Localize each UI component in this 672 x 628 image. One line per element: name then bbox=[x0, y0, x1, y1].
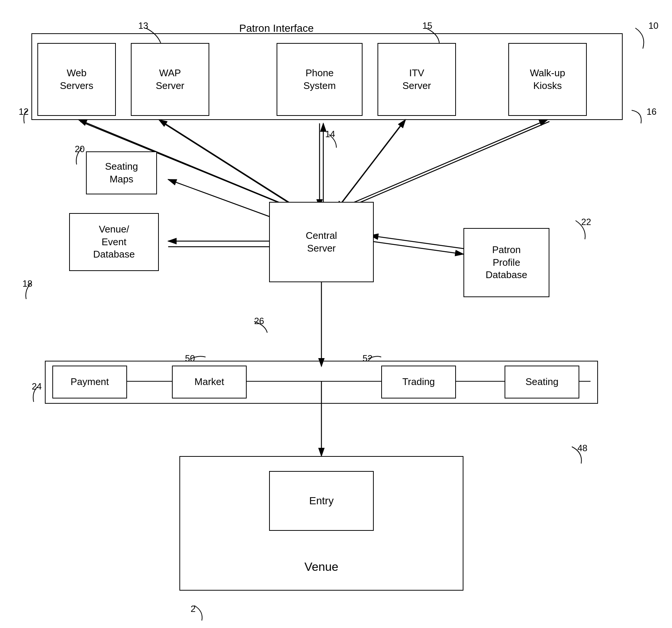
ref-14: 14 bbox=[325, 129, 335, 139]
ref-22: 22 bbox=[581, 217, 591, 227]
patron-interface-label: Patron Interface bbox=[239, 22, 314, 34]
svg-line-6 bbox=[161, 121, 299, 209]
svg-line-17 bbox=[370, 241, 463, 254]
ref-15: 15 bbox=[422, 21, 432, 31]
itv-server-label: ITVServer bbox=[403, 67, 431, 92]
svg-line-18 bbox=[370, 236, 463, 249]
svg-line-10 bbox=[336, 121, 404, 209]
seating-box: Seating bbox=[505, 366, 579, 398]
ref-24: 24 bbox=[32, 381, 42, 392]
phone-system-box: PhoneSystem bbox=[277, 43, 363, 116]
seating-maps-box: SeatingMaps bbox=[86, 151, 157, 194]
svg-line-11 bbox=[338, 120, 406, 207]
web-servers-box: WebServers bbox=[37, 43, 116, 116]
trading-label: Trading bbox=[402, 376, 435, 388]
walkup-kiosks-box: Walk-upKiosks bbox=[508, 43, 587, 116]
entry-venue-box: Entry Venue bbox=[179, 456, 463, 591]
patron-profile-database-box: PatronProfileDatabase bbox=[463, 228, 549, 297]
venue-event-database-box: Venue/EventDatabase bbox=[69, 213, 159, 271]
patron-profile-database-label: PatronProfileDatabase bbox=[485, 244, 527, 281]
venue-label: Venue bbox=[305, 559, 339, 575]
ref-10: 10 bbox=[648, 21, 659, 31]
market-box: Market bbox=[172, 366, 247, 398]
entry-label: Entry bbox=[309, 494, 333, 508]
wap-server-label: WAPServer bbox=[156, 67, 185, 92]
ref-20: 20 bbox=[75, 144, 85, 154]
central-server-box: CentralServer bbox=[269, 202, 374, 282]
seating-label: Seating bbox=[525, 376, 558, 388]
ref-12: 12 bbox=[19, 107, 29, 117]
seating-maps-label: SeatingMaps bbox=[105, 160, 138, 186]
svg-line-7 bbox=[159, 120, 297, 207]
web-servers-label: WebServers bbox=[60, 67, 93, 92]
entry-inner-box: Entry bbox=[269, 471, 374, 531]
payment-box: Payment bbox=[52, 366, 127, 398]
itv-server-box: ITVServer bbox=[377, 43, 456, 116]
phone-system-label: PhoneSystem bbox=[303, 67, 336, 92]
ref-26: 26 bbox=[254, 316, 264, 326]
market-label: Market bbox=[194, 376, 224, 388]
diagram: 10 15 13 12 16 20 18 22 26 24 50 52 48 3… bbox=[0, 0, 672, 628]
svg-line-13 bbox=[342, 120, 548, 207]
central-server-label: CentralServer bbox=[306, 230, 337, 255]
ref-2: 2 bbox=[191, 604, 195, 614]
wap-server-box: WAPServer bbox=[131, 43, 209, 116]
walkup-kiosks-label: Walk-upKiosks bbox=[530, 67, 565, 92]
svg-line-12 bbox=[344, 121, 549, 209]
ref-13: 13 bbox=[138, 21, 148, 31]
svg-line-14 bbox=[168, 179, 280, 221]
ref-18: 18 bbox=[22, 278, 33, 289]
trading-box: Trading bbox=[381, 366, 456, 398]
payment-label: Payment bbox=[71, 376, 109, 388]
ref-16: 16 bbox=[647, 107, 657, 117]
venue-event-database-label: Venue/EventDatabase bbox=[93, 223, 135, 261]
ref-48: 48 bbox=[577, 443, 588, 453]
